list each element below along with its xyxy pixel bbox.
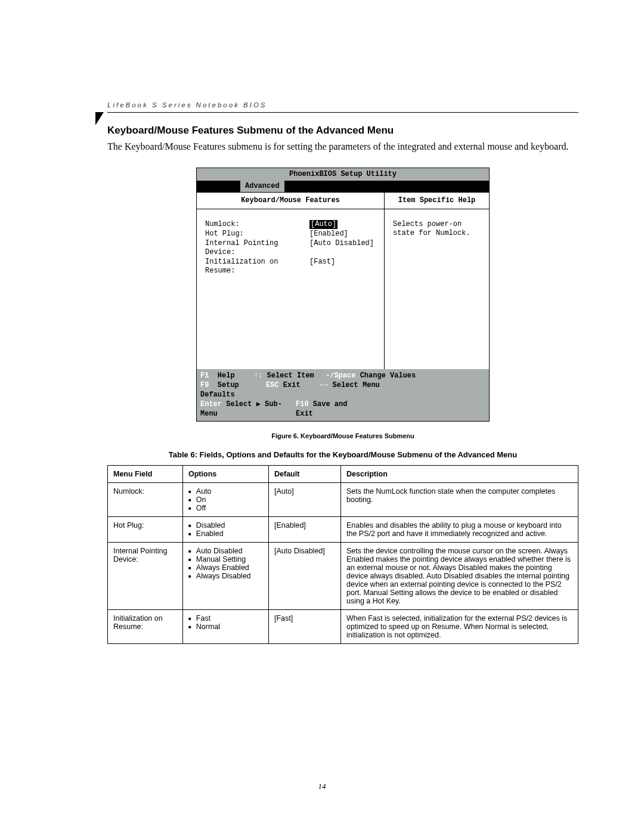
bios-menu-advanced[interactable]: Advanced xyxy=(240,181,284,192)
change-values-label: Change Values xyxy=(360,371,416,380)
cell-options: Fast Normal xyxy=(183,609,269,643)
option-item: Normal xyxy=(188,623,263,631)
options-table: Menu Field Options Default Description N… xyxy=(107,465,578,644)
cell-menu-field: Initialization on Resume: xyxy=(108,609,183,643)
bios-right-header: Item Specific Help xyxy=(385,193,489,209)
table-row: Numlock: Auto On Off [Auto] Sets the Num… xyxy=(108,482,578,516)
table-row: Hot Plug: Disabled Enabled [Enabled] Ena… xyxy=(108,516,578,542)
esc-key: ESC xyxy=(266,381,279,389)
bios-title: PhoenixBIOS Setup Utility xyxy=(197,168,489,181)
bios-field-value[interactable]: [Auto] xyxy=(309,220,338,229)
select-item-label: Select Item xyxy=(267,371,314,380)
option-item: Disabled xyxy=(188,521,263,529)
option-item: Auto Disabled xyxy=(188,547,263,555)
bios-menubar: Advanced xyxy=(197,181,489,192)
bios-left-header: Keyboard/Mouse Features xyxy=(197,193,384,209)
section-tab-icon xyxy=(95,112,104,125)
header-rule xyxy=(107,112,578,113)
bios-right-panel: Item Specific Help Selects power-on stat… xyxy=(385,193,489,369)
bios-field-label: Numlock: xyxy=(205,220,309,229)
option-item: Always Disabled xyxy=(188,572,263,580)
updown-key: ↑↓ xyxy=(254,371,262,380)
option-item: On xyxy=(188,496,263,504)
select-menu-label: Select Menu xyxy=(333,381,380,389)
table-row: Internal Pointing Device: Auto Disabled … xyxy=(108,542,578,609)
option-item: Manual Setting xyxy=(188,555,263,563)
leftright-key: ←→ xyxy=(320,381,328,389)
cell-default: [Fast] xyxy=(269,609,341,643)
table-header-row: Menu Field Options Default Description xyxy=(108,465,578,482)
option-item: Always Enabled xyxy=(188,563,263,572)
f1-key: F1 xyxy=(200,371,209,380)
help-label: Help xyxy=(218,371,235,380)
bios-screenshot: PhoenixBIOS Setup Utility Advanced Keybo… xyxy=(196,168,490,422)
th-description: Description xyxy=(341,465,578,482)
bios-field-hotplug[interactable]: Hot Plug: [Enabled] xyxy=(205,230,378,239)
cell-menu-field: Internal Pointing Device: xyxy=(108,542,183,609)
figure-caption: Figure 6. Keyboard/Mouse Features Submen… xyxy=(107,432,578,439)
bios-field-value[interactable]: [Fast] xyxy=(309,258,335,275)
bios-footer: F1 Help ↑↓ Select Item -/Space Change Va… xyxy=(197,369,489,421)
cell-options: Disabled Enabled xyxy=(183,516,269,542)
exit-label: Exit xyxy=(283,381,301,389)
bios-help-text: Selects power-on state for Numlock. xyxy=(385,209,489,369)
page: LifeBook S Series Notebook BIOS Keyboard… xyxy=(0,0,644,833)
intro-paragraph: The Keyboard/Mouse Features submenu is f… xyxy=(107,140,578,153)
cell-description: When Fast is selected, initialization fo… xyxy=(341,609,578,643)
cell-default: [Auto] xyxy=(269,482,341,516)
cell-menu-field: Hot Plug: xyxy=(108,516,183,542)
bios-field-value[interactable]: [Auto Disabled] xyxy=(309,239,374,257)
option-item: Fast xyxy=(188,614,263,623)
cell-menu-field: Numlock: xyxy=(108,482,183,516)
cell-description: Enables and disables the ability to plug… xyxy=(341,516,578,542)
bios-field-numlock[interactable]: Numlock: [Auto] xyxy=(205,220,378,229)
cell-options: Auto On Off xyxy=(183,482,269,516)
space-key: -/Space xyxy=(326,371,355,380)
th-options: Options xyxy=(183,465,269,482)
table-caption: Table 6: Fields, Options and Defaults fo… xyxy=(107,450,578,459)
bios-left-panel: Keyboard/Mouse Features Numlock: [Auto] … xyxy=(197,193,385,369)
bios-field-init-resume[interactable]: Initialization on Resume: [Fast] xyxy=(205,258,378,275)
cell-options: Auto Disabled Manual Setting Always Enab… xyxy=(183,542,269,609)
page-number: 14 xyxy=(0,782,644,791)
bios-field-label: Internal Pointing Device: xyxy=(205,239,309,257)
th-menu-field: Menu Field xyxy=(108,465,183,482)
option-item: Enabled xyxy=(188,529,263,538)
table-row: Initialization on Resume: Fast Normal [F… xyxy=(108,609,578,643)
bios-field-label: Hot Plug: xyxy=(205,230,309,239)
cell-description: Sets the device controlling the mouse cu… xyxy=(341,542,578,609)
bios-field-value[interactable]: [Enabled] xyxy=(309,230,348,239)
f9-key: F9 xyxy=(200,381,209,389)
option-item: Auto xyxy=(188,487,263,496)
f10-key: F10 xyxy=(296,400,309,408)
enter-key: Enter xyxy=(200,400,222,408)
cell-default: [Enabled] xyxy=(269,516,341,542)
bios-field-internal-pointing[interactable]: Internal Pointing Device: [Auto Disabled… xyxy=(205,239,378,257)
option-item: Off xyxy=(188,504,263,512)
th-default: Default xyxy=(269,465,341,482)
cell-default: [Auto Disabled] xyxy=(269,542,341,609)
bios-field-label: Initialization on Resume: xyxy=(205,258,309,275)
cell-description: Sets the NumLock function state when the… xyxy=(341,482,578,516)
running-header: LifeBook S Series Notebook BIOS xyxy=(107,101,578,109)
section-heading: Keyboard/Mouse Features Submenu of the A… xyxy=(107,125,578,137)
